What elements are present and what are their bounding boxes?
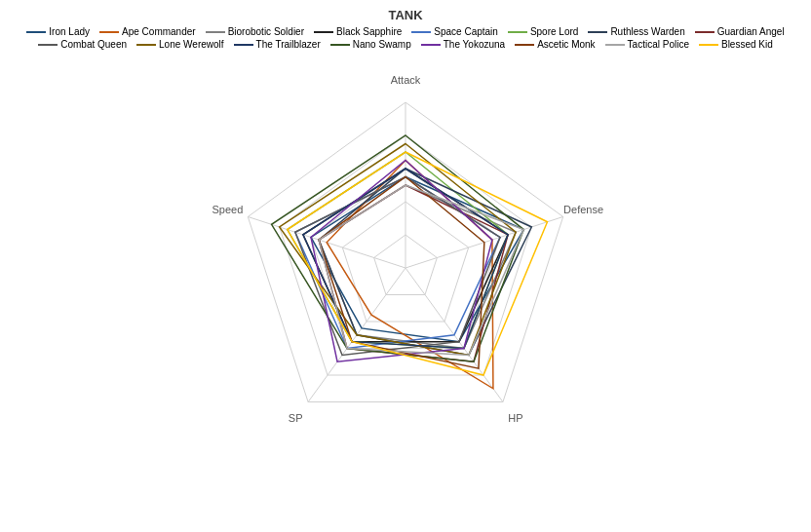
legend-item: Lone Werewolf — [136, 39, 224, 50]
legend-item: Nano Swamp — [330, 39, 411, 50]
chart-title: TANK — [388, 8, 422, 22]
legend-item: The Yokozuna — [421, 39, 505, 50]
legend-item: Black Sapphire — [314, 26, 402, 37]
legend-label: Ascetic Monk — [537, 39, 595, 50]
legend-item: Iron Lady — [26, 26, 90, 37]
svg-text:Attack: Attack — [391, 74, 421, 86]
svg-text:Defense: Defense — [563, 204, 603, 215]
legend-label: Space Captain — [434, 26, 498, 37]
legend: Iron LadyApe CommanderBiorobotic Soldier… — [6, 22, 805, 54]
legend-item: Ape Commander — [99, 26, 196, 37]
legend-label: Black Sapphire — [336, 26, 402, 37]
radar-chart: AttackDefenseHPSPSpeed — [74, 54, 737, 463]
legend-label: Lone Werewolf — [159, 39, 224, 50]
legend-item: Ruthless Warden — [588, 26, 684, 37]
svg-text:Speed: Speed — [212, 204, 243, 215]
legend-item: Blessed Kid — [699, 39, 773, 50]
legend-item: Tactical Police — [605, 39, 689, 50]
legend-label: Spore Lord — [530, 26, 578, 37]
legend-item: Biorobotic Soldier — [206, 26, 304, 37]
chart-container: TANK Iron LadyApe CommanderBiorobotic So… — [0, 0, 811, 532]
legend-label: Biorobotic Soldier — [228, 26, 304, 37]
svg-text:HP: HP — [508, 412, 522, 424]
radar-wrapper: AttackDefenseHPSPSpeed — [74, 54, 737, 463]
legend-label: The Trailblazer — [256, 39, 321, 50]
legend-label: Guardian Angel — [717, 26, 785, 37]
legend-item: Guardian Angel — [695, 26, 785, 37]
legend-item: Ascetic Monk — [515, 39, 595, 50]
svg-text:SP: SP — [289, 412, 303, 424]
legend-label: The Yokozuna — [444, 39, 505, 50]
legend-item: Space Captain — [411, 26, 498, 37]
legend-item: Spore Lord — [508, 26, 578, 37]
legend-label: Combat Queen — [60, 39, 127, 50]
legend-label: Tactical Police — [628, 39, 689, 50]
legend-label: Nano Swamp — [353, 39, 411, 50]
legend-item: Combat Queen — [38, 39, 127, 50]
legend-label: Ape Commander — [122, 26, 196, 37]
legend-label: Iron Lady — [49, 26, 90, 37]
legend-item: The Trailblazer — [234, 39, 321, 50]
legend-label: Blessed Kid — [721, 39, 773, 50]
legend-label: Ruthless Warden — [610, 26, 684, 37]
